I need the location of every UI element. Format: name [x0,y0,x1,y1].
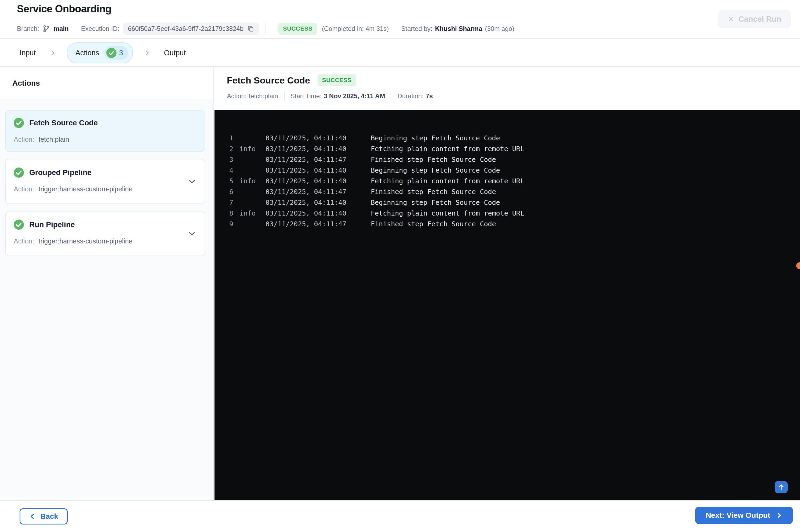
cancel-run-button[interactable]: ✕ Cancel Run [718,10,791,28]
execution-id-value: 660f50a7-5eef-43a6-9ff7-2a2179c3824b [128,25,244,33]
action-card-title: Grouped Pipeline [29,168,92,177]
actions-count-value: 3 [119,49,123,57]
meta-divider [284,92,285,101]
tab-input[interactable]: Input [17,49,38,57]
scroll-to-top-button[interactable] [775,481,788,493]
log-msg: Beginning step Fetch Source Code [371,134,500,142]
step-title: Fetch Source Code [227,75,310,86]
action-card-fetch-source-code[interactable]: Fetch Source Code Action:fetch:plain [5,110,205,152]
back-button-label: Back [40,512,58,521]
log-time: 03/11/2025, 04:11:40 [266,134,371,142]
execution-id-label: Execution ID: [81,25,119,33]
log-msg: Fetching plain content from remote URL [371,145,524,153]
action-label: Action: [14,237,34,245]
started-ago-text: (30m ago) [485,25,514,33]
log-time: 03/11/2025, 04:11:40 [266,145,371,153]
log-tag: info [240,209,266,217]
step-status-badge: SUCCESS [318,74,356,86]
meta-divider [395,23,395,34]
step-duration-label: Duration: [397,92,423,100]
step-start-label: Start Time: [290,92,322,100]
close-icon: ✕ [728,15,734,24]
tab-actions[interactable]: Actions 3 [67,42,133,63]
log-line: 603/11/2025, 04:11:47Finished step Fetch… [229,186,800,197]
tab-output[interactable]: Output [161,49,188,57]
started-by-name: Khushi Sharma [435,25,482,33]
action-card-title: Fetch Source Code [29,119,98,127]
execution-id-pill: 660f50a7-5eef-43a6-9ff7-2a2179c3824b [123,22,259,35]
completed-in-text: (Completed in: 4m 31s) [322,25,389,33]
log-line: 103/11/2025, 04:11:40Beginning step Fetc… [229,133,800,143]
log-ln: 5 [229,177,240,185]
meta-divider [265,23,266,34]
arrow-up-icon [778,483,785,491]
log-line: 5info03/11/2025, 04:11:40Fetching plain … [229,175,800,186]
log-line: 8info03/11/2025, 04:11:40Fetching plain … [229,208,800,218]
page-header: Service Onboarding Branch: main Executio… [0,0,800,39]
log-line: 2info03/11/2025, 04:11:40Fetching plain … [229,143,800,154]
log-time: 03/11/2025, 04:11:40 [266,198,371,206]
log-time: 03/11/2025, 04:11:40 [266,209,371,217]
orange-indicator-dot [796,262,800,269]
chevron-down-icon[interactable] [187,229,196,238]
step-duration-value: 7s [426,92,433,100]
log-line: 903/11/2025, 04:11:47Finished step Fetch… [229,218,800,229]
next-button-label: Next: View Output [705,511,770,520]
sidebar-header: Actions [0,67,213,100]
page-title: Service Onboarding [17,3,111,15]
log-ln: 3 [229,156,240,164]
log-msg: Finished step Fetch Source Code [371,220,496,228]
execution-meta-row: Branch: main Execution ID: 660f50a7-5eef… [17,22,514,35]
check-circle-icon [106,48,116,58]
action-card-list: Fetch Source Code Action:fetch:plain Gro… [0,100,213,256]
stage-breadcrumb-bar: Input Actions 3 Output [0,39,800,67]
log-time: 03/11/2025, 04:11:47 [266,156,371,164]
footer-bar: Back Next: View Output [0,500,800,532]
meta-divider [391,92,392,101]
next-view-output-button[interactable]: Next: View Output [695,507,793,524]
cancel-run-label: Cancel Run [738,15,781,24]
sidebar-heading: Actions [12,79,40,88]
tab-actions-label: Actions [75,49,99,57]
step-start-value: 3 Nov 2025, 4:11 AM [324,92,385,100]
action-label: Action: [14,136,34,143]
log-msg: Fetching plain content from remote URL [371,209,524,217]
log-line: 703/11/2025, 04:11:40Beginning step Fetc… [229,197,800,208]
action-value: fetch:plain [38,136,69,143]
log-ln: 2 [229,145,240,153]
log-time: 03/11/2025, 04:11:40 [266,177,371,185]
log-ln: 1 [229,134,240,142]
log-ln: 8 [229,209,240,217]
chevron-right-icon [776,512,783,519]
action-value: trigger:harness-custom-pipeline [38,237,132,245]
copy-icon[interactable] [247,25,254,32]
action-value: trigger:harness-custom-pipeline [38,185,132,193]
git-branch-icon [42,25,50,33]
back-button[interactable]: Back [20,508,68,525]
action-card-title: Run Pipeline [29,221,75,229]
log-msg: Beginning step Fetch Source Code [371,198,500,206]
chevron-left-icon [29,513,36,520]
actions-sidebar: Actions Fetch Source Code Action:fetch:p… [0,67,214,500]
log-time: 03/11/2025, 04:11:47 [266,220,371,228]
step-detail-header: Fetch Source Code SUCCESS Action: fetch:… [214,67,800,110]
status-badge: SUCCESS [279,23,317,35]
chevron-down-icon[interactable] [187,177,196,186]
log-ln: 7 [229,198,240,206]
step-meta-row: Action: fetch:plain Start Time: 3 Nov 20… [227,92,800,101]
action-card-grouped-pipeline[interactable]: Grouped Pipeline Action:trigger:harness-… [5,159,205,204]
log-console[interactable]: 103/11/2025, 04:11:40Beginning step Fetc… [214,110,800,500]
check-circle-icon [14,168,24,178]
chevron-right-icon [144,50,151,56]
branch-label: Branch: [17,25,39,33]
log-msg: Fetching plain content from remote URL [371,177,524,185]
branch-name: main [54,25,69,33]
log-msg: Finished step Fetch Source Code [371,156,496,164]
log-tag: info [240,177,266,185]
log-line: 403/11/2025, 04:11:40Beginning step Fetc… [229,165,800,175]
log-line: 303/11/2025, 04:11:47Finished step Fetch… [229,154,800,165]
action-card-run-pipeline[interactable]: Run Pipeline Action:trigger:harness-cust… [5,211,205,256]
started-by-label: Started by: [401,25,432,33]
check-circle-icon [14,220,24,230]
check-circle-icon [14,118,24,128]
